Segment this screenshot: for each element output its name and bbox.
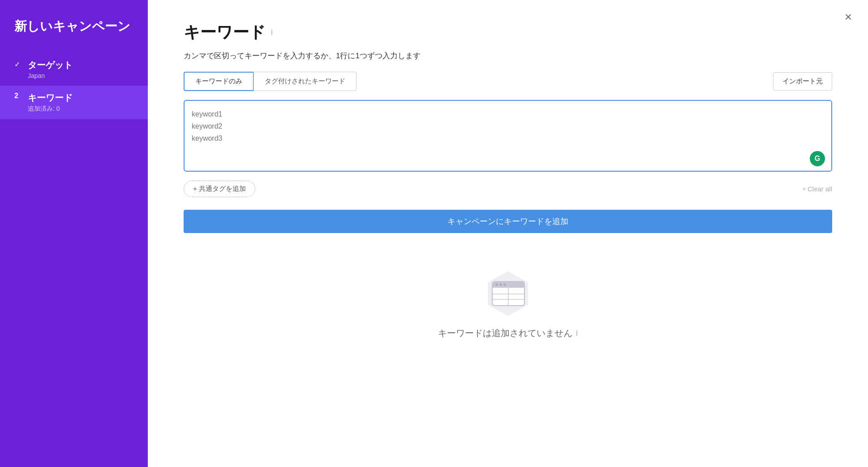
empty-state: キーワードは追加されていません i bbox=[184, 269, 832, 339]
keyword-textarea[interactable] bbox=[184, 100, 832, 172]
sidebar-item-target-sublabel: Japan bbox=[28, 72, 73, 79]
title-info-icon[interactable]: i bbox=[271, 28, 273, 37]
add-keywords-button[interactable]: キャンペーンにキーワードを追加 bbox=[184, 210, 832, 233]
empty-state-info-icon[interactable]: i bbox=[576, 329, 578, 338]
tabs-row: キーワードのみ タグ付けされたキーワード インポート元 bbox=[184, 72, 832, 91]
page-title-row: キーワード i bbox=[184, 22, 832, 43]
actions-row: + 共通タグを追加 × Clear all bbox=[184, 181, 832, 197]
sidebar: 新しいキャンペーン ✓ ターゲット Japan 2 キーワード 追加済み: 0 bbox=[0, 0, 148, 467]
sidebar-item-target[interactable]: ✓ ターゲット Japan bbox=[0, 53, 148, 86]
sidebar-item-target-label: ターゲット bbox=[28, 59, 73, 71]
sidebar-item-keyword[interactable]: 2 キーワード 追加済み: 0 bbox=[0, 86, 148, 119]
sidebar-item-keyword-number: 2 bbox=[14, 92, 22, 100]
svg-point-7 bbox=[503, 283, 506, 286]
main-content: × キーワード i カンマで区切ってキーワードを入力するか、1行に1つずつ入力し… bbox=[148, 0, 868, 467]
clear-all-button[interactable]: × Clear all bbox=[802, 185, 832, 193]
tab-keywords-only[interactable]: キーワードのみ bbox=[184, 72, 254, 91]
sidebar-title: 新しいキャンペーン bbox=[0, 18, 148, 53]
add-tag-button[interactable]: + 共通タグを追加 bbox=[184, 181, 255, 197]
tabs-group: キーワードのみ タグ付けされたキーワード bbox=[184, 72, 357, 91]
subtitle-text: カンマで区切ってキーワードを入力するか、1行に1つずつ入力します bbox=[184, 51, 832, 61]
empty-state-label: キーワードは追加されていません i bbox=[438, 327, 578, 339]
clear-all-x-icon: × bbox=[802, 186, 806, 192]
textarea-wrapper: G bbox=[184, 100, 832, 173]
empty-state-text: キーワードは追加されていません bbox=[438, 327, 572, 339]
svg-point-6 bbox=[499, 283, 502, 286]
empty-illustration bbox=[481, 269, 535, 318]
svg-point-5 bbox=[495, 283, 498, 286]
tab-tagged-keywords[interactable]: タグ付けされたキーワード bbox=[254, 72, 357, 91]
sidebar-item-keyword-sublabel: 追加済み: 0 bbox=[28, 105, 73, 113]
clear-all-label: Clear all bbox=[808, 185, 832, 193]
sidebar-item-target-content: ターゲット Japan bbox=[28, 59, 73, 79]
import-button[interactable]: インポート元 bbox=[773, 72, 832, 91]
close-button[interactable]: × bbox=[845, 11, 852, 23]
grammarly-icon: G bbox=[810, 151, 825, 166]
sidebar-item-keyword-content: キーワード 追加済み: 0 bbox=[28, 92, 73, 113]
page-title: キーワード bbox=[184, 22, 266, 43]
sidebar-item-keyword-label: キーワード bbox=[28, 92, 73, 104]
check-icon: ✓ bbox=[14, 60, 22, 69]
